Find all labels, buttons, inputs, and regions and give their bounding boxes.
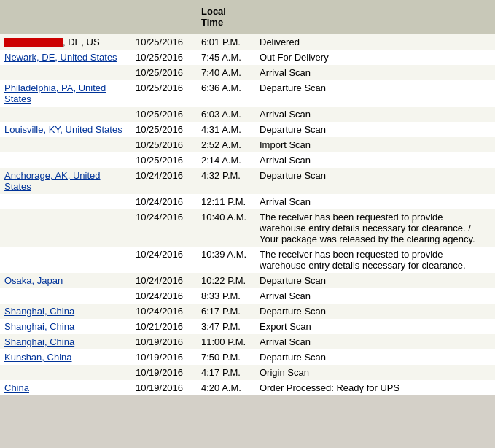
- cell-date: 10/25/2016: [131, 65, 197, 80]
- cell-location: Osaka, Japan: [0, 273, 131, 288]
- cell-location: Louisville, KY, United States: [0, 122, 131, 137]
- cell-time: 6:01 P.M.: [197, 34, 255, 50]
- cell-location: Kunshan, China: [0, 349, 131, 365]
- cell-activity: Arrival Scan: [255, 288, 495, 304]
- location-link[interactable]: Anchorage, AK, United States: [4, 170, 101, 192]
- cell-location: Philadelphia, PA, United States: [0, 80, 131, 107]
- cell-time: 4:20 A.M.: [197, 380, 255, 395]
- cell-location: [0, 65, 131, 80]
- table-row: 10/25/20162:14 A.M.Arrival Scan: [0, 152, 495, 168]
- cell-activity: Departure Scan: [255, 168, 495, 194]
- table-row: Kunshan, China10/19/20167:50 P.M.Departu…: [0, 349, 495, 365]
- cell-time: 3:47 P.M.: [197, 319, 255, 334]
- table-row: Newark, DE, United States10/25/20167:45 …: [0, 50, 495, 65]
- table-header-row: LocalTime: [0, 0, 495, 34]
- cell-location: [0, 209, 131, 247]
- cell-date: 10/25/2016: [131, 107, 197, 122]
- cell-activity: Out For Delivery: [255, 50, 495, 65]
- cell-time: 4:31 A.M.: [197, 122, 255, 137]
- table-row: China10/19/20164:20 A.M.Order Processed:…: [0, 380, 495, 395]
- header-activity: [255, 0, 495, 34]
- location-link[interactable]: Shanghai, China: [4, 306, 74, 317]
- table-row: Philadelphia, PA, United States10/25/201…: [0, 80, 495, 107]
- cell-activity: Import Scan: [255, 137, 495, 152]
- location-link[interactable]: Louisville, KY, United States: [4, 124, 122, 135]
- cell-activity: Arrival Scan: [255, 334, 495, 349]
- cell-date: 10/24/2016: [131, 168, 197, 194]
- location-suffix: , DE, US: [63, 36, 100, 47]
- location-link[interactable]: Kunshan, China: [4, 352, 72, 363]
- cell-activity: Departure Scan: [255, 80, 495, 107]
- location-link[interactable]: Shanghai, China: [4, 321, 74, 332]
- cell-time: 10:39 A.M.: [197, 247, 255, 273]
- cell-activity: Arrival Scan: [255, 194, 495, 209]
- table-row: Shanghai, China10/24/20166:17 P.M.Depart…: [0, 304, 495, 319]
- cell-activity: Arrival Scan: [255, 107, 495, 122]
- cell-location: Shanghai, China: [0, 319, 131, 334]
- table-row: Louisville, KY, United States10/25/20164…: [0, 122, 495, 137]
- cell-date: 10/24/2016: [131, 247, 197, 273]
- cell-date: 10/21/2016: [131, 319, 197, 334]
- cell-location: [0, 247, 131, 273]
- location-link[interactable]: Osaka, Japan: [4, 275, 63, 286]
- cell-date: 10/19/2016: [131, 349, 197, 365]
- cell-time: 8:33 P.M.: [197, 288, 255, 304]
- table-row: 10/25/20167:40 A.M.Arrival Scan: [0, 65, 495, 80]
- cell-location: [0, 107, 131, 122]
- cell-date: 10/24/2016: [131, 194, 197, 209]
- location-link[interactable]: Newark, DE, United States: [4, 52, 117, 63]
- location-link[interactable]: China: [4, 382, 29, 393]
- cell-date: 10/19/2016: [131, 380, 197, 395]
- table-row: Anchorage, AK, United States10/24/20164:…: [0, 168, 495, 194]
- cell-activity: The receiver has been requested to provi…: [255, 209, 495, 247]
- table-row: Osaka, Japan10/24/201610:22 P.M.Departur…: [0, 273, 495, 288]
- cell-date: 10/24/2016: [131, 288, 197, 304]
- cell-date: 10/25/2016: [131, 152, 197, 168]
- cell-time: 6:03 A.M.: [197, 107, 255, 122]
- cell-time: 2:52 A.M.: [197, 137, 255, 152]
- cell-time: 10:40 A.M.: [197, 209, 255, 247]
- cell-activity: Departure Scan: [255, 349, 495, 365]
- tracking-table: LocalTime , DE, US10/25/20166:01 P.M.Del…: [0, 0, 495, 395]
- cell-time: 12:11 P.M.: [197, 194, 255, 209]
- cell-date: 10/24/2016: [131, 304, 197, 319]
- cell-time: 7:50 P.M.: [197, 349, 255, 365]
- cell-time: 10:22 P.M.: [197, 273, 255, 288]
- cell-time: 2:14 A.M.: [197, 152, 255, 168]
- location-link[interactable]: Shanghai, China: [4, 336, 74, 347]
- header-date: [131, 0, 197, 34]
- cell-date: 10/25/2016: [131, 137, 197, 152]
- cell-location: [0, 288, 131, 304]
- header-local-time: LocalTime: [197, 0, 255, 34]
- table-row: 10/24/201610:40 A.M.The receiver has bee…: [0, 209, 495, 247]
- location-link[interactable]: Philadelphia, PA, United States: [4, 82, 106, 104]
- cell-activity: Departure Scan: [255, 273, 495, 288]
- cell-time: 6:36 A.M.: [197, 80, 255, 107]
- cell-activity: Arrival Scan: [255, 152, 495, 168]
- cell-date: 10/24/2016: [131, 209, 197, 247]
- cell-location: Shanghai, China: [0, 304, 131, 319]
- table-row: Shanghai, China10/19/201611:00 P.M.Arriv…: [0, 334, 495, 349]
- cell-location: Anchorage, AK, United States: [0, 168, 131, 194]
- cell-time: 7:45 A.M.: [197, 50, 255, 65]
- cell-location: Shanghai, China: [0, 334, 131, 349]
- cell-activity: Arrival Scan: [255, 65, 495, 80]
- cell-date: 10/25/2016: [131, 80, 197, 107]
- cell-location: Newark, DE, United States: [0, 50, 131, 65]
- cell-location: , DE, US: [0, 34, 131, 50]
- cell-date: 10/19/2016: [131, 334, 197, 349]
- cell-location: [0, 152, 131, 168]
- cell-location: [0, 137, 131, 152]
- cell-time: 4:17 P.M.: [197, 365, 255, 380]
- cell-location: China: [0, 380, 131, 395]
- cell-date: 10/25/2016: [131, 122, 197, 137]
- cell-time: 11:00 P.M.: [197, 334, 255, 349]
- cell-location: [0, 194, 131, 209]
- cell-time: 7:40 A.M.: [197, 65, 255, 80]
- cell-activity: The receiver has been requested to provi…: [255, 247, 495, 273]
- cell-activity: Export Scan: [255, 319, 495, 334]
- cell-activity: Departure Scan: [255, 304, 495, 319]
- table-row: 10/24/20168:33 P.M.Arrival Scan: [0, 288, 495, 304]
- cell-location: [0, 365, 131, 380]
- redacted-text: [4, 38, 63, 47]
